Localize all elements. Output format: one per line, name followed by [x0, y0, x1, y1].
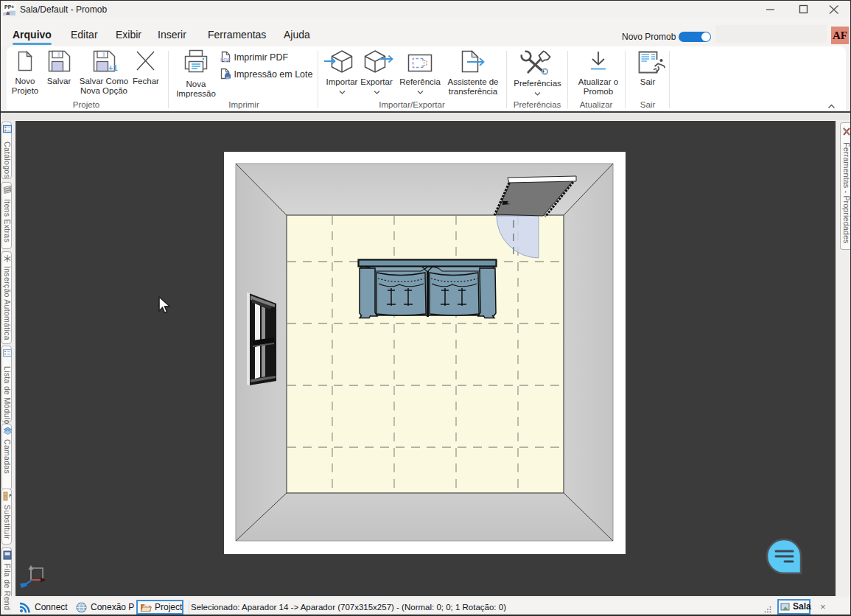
svg-text:PP+: PP+ — [4, 4, 14, 10]
svg-text:+1: +1 — [108, 63, 118, 72]
svg-text:PDF: PDF — [220, 57, 231, 63]
